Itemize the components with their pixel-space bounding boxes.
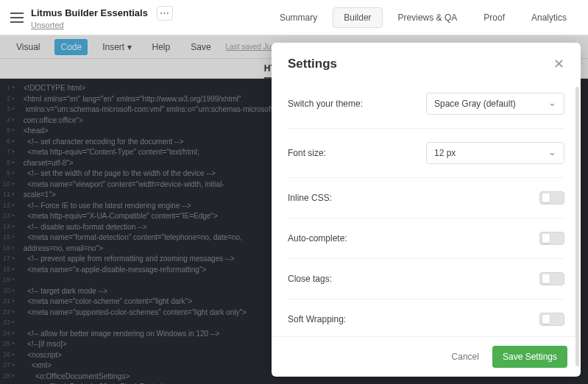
save-settings-button[interactable]: Save Settings [492,346,567,368]
soft-wrap-toggle[interactable] [539,313,564,326]
inline-css-toggle[interactable] [539,191,564,205]
tab-analytics[interactable]: Analytics [520,7,578,28]
nav-tabs: Summary Builder Previews & QA Proof Anal… [269,7,578,28]
modal-header: Settings ✕ [272,43,581,79]
theme-label: Switch your theme: [288,99,363,109]
font-size-select[interactable]: 12 px [426,142,564,164]
title-block: Litmus Builder Essentials ⋯ Unsorted [31,6,269,29]
font-size-label: Font size: [288,148,326,158]
modal-body: Switch your theme: Space Gray (default) … [272,79,581,336]
settings-modal: Settings ✕ Switch your theme: Space Gray… [272,43,581,377]
modal-scrollbar[interactable] [575,87,579,366]
tab-builder[interactable]: Builder [333,7,382,28]
close-tags-label: Close tags: [288,274,332,284]
autocomplete-toggle[interactable] [539,232,564,245]
modal-footer: Cancel Save Settings [272,336,581,377]
theme-select[interactable]: Space Gray (default) [426,93,564,115]
inline-css-label: Inline CSS: [288,193,332,203]
soft-wrap-label: Soft Wrapping: [288,314,346,324]
close-tags-toggle[interactable] [539,272,564,285]
document-title: Litmus Builder Essentials [31,7,148,18]
hamburger-icon[interactable] [10,13,24,23]
tab-proof[interactable]: Proof [472,7,516,28]
more-options-button[interactable]: ⋯ [157,6,173,21]
cancel-button[interactable]: Cancel [447,346,483,368]
topbar: Litmus Builder Essentials ⋯ Unsorted Sum… [0,0,588,35]
tab-previews-qa[interactable]: Previews & QA [387,7,469,28]
tab-summary[interactable]: Summary [269,7,328,28]
folder-link[interactable]: Unsorted [31,21,269,29]
modal-title: Settings [288,57,337,71]
autocomplete-label: Auto-complete: [288,233,347,243]
close-icon[interactable]: ✕ [553,56,564,72]
